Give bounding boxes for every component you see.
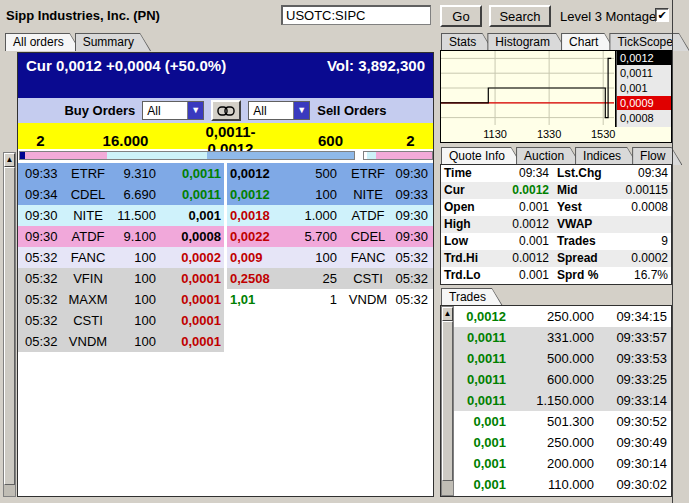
trade-size: 331.000: [506, 327, 594, 348]
scroll-up-icon[interactable]: ▲: [4, 153, 15, 167]
search-button[interactable]: Search: [489, 5, 551, 27]
trade-row: 0,001110.00009:30:02: [454, 474, 671, 495]
tab-chartpanel-tickscope[interactable]: TickScope: [609, 33, 689, 51]
tab-label: Flow: [633, 148, 681, 165]
quote-value: 0.001: [487, 233, 549, 250]
table-row[interactable]: 05:32CSTI1000,0001: [18, 310, 433, 331]
security-title: Sipp Industries, Inc. (PN): [6, 8, 160, 23]
bid-size: 11.500: [114, 205, 166, 226]
ask-half[interactable]: 0,250825CSTI05:32: [227, 268, 433, 289]
bid-half[interactable]: 09:34CDEL6.6900,0011: [18, 184, 224, 205]
bid-half[interactable]: 09:30NITE11.5000,001: [18, 205, 224, 226]
tab-quote-flow[interactable]: Flow: [632, 147, 682, 165]
trade-row: 0,001200.00009:30:14: [454, 453, 671, 474]
table-row[interactable]: 09:33ETRF9.3100,00110,0012500ETRF09:30: [18, 163, 433, 184]
tab-montage-summary[interactable]: Summary: [75, 33, 151, 51]
tab-quote-quote-info[interactable]: Quote Info: [441, 147, 522, 165]
ask-price: 0,2508: [227, 268, 287, 289]
bid-half[interactable]: 05:32VNDM1000,0001: [18, 331, 224, 352]
trade-row: 0,001501.30009:30:52: [454, 411, 671, 432]
quote-label: Trd.Lo: [441, 267, 487, 284]
table-row[interactable]: 05:32FANC1000,00020,009100FANC05:32: [18, 247, 433, 268]
bid-price: 0,0011: [166, 184, 224, 205]
link-filters-button[interactable]: [211, 100, 241, 121]
chevron-down-icon[interactable]: ▼: [187, 102, 203, 119]
buy-orders-label: Buy Orders: [64, 103, 135, 118]
table-row[interactable]: 05:32VFIN1000,00010,250825CSTI05:32: [18, 268, 433, 289]
ask-size: 1: [287, 289, 345, 310]
trade-price: 0,0011: [454, 390, 506, 411]
trade-time: 09:33:57: [594, 327, 671, 348]
bid-half[interactable]: 05:32MAXM1000,0001: [18, 289, 224, 310]
scroll-up-icon[interactable]: ▲: [442, 307, 453, 321]
tab-label: Quote Info: [442, 148, 521, 165]
chart-x-axis: 113013301530: [441, 127, 671, 142]
trade-size: 110.000: [506, 474, 594, 495]
quote-value: 0.00115: [605, 182, 671, 199]
table-row[interactable]: 05:32MAXM1000,00011,011VNDM05:32: [18, 289, 433, 310]
montage-scrollbar[interactable]: ▲: [3, 152, 16, 497]
table-row[interactable]: 05:32VNDM1000,0001: [18, 331, 433, 352]
tab-chartpanel-histogram[interactable]: Histogram: [487, 33, 567, 51]
current-price-line: Cur 0,0012 +0,0004 (+50.0%): [26, 57, 226, 74]
bid-size: 100: [114, 310, 166, 331]
trades-scrollbar[interactable]: ▲: [441, 306, 454, 496]
bid-half[interactable]: 05:32VFIN1000,0001: [18, 268, 224, 289]
table-row[interactable]: 09:30NITE11.5000,0010,00181.000ATDF09:30: [18, 205, 433, 226]
scrollbar-thumb[interactable]: [442, 321, 453, 481]
ask-half[interactable]: [227, 310, 433, 331]
level3-montage-checkbox[interactable]: ✔: [655, 8, 669, 22]
ask-half[interactable]: [227, 331, 433, 352]
buy-filter-select[interactable]: All ▼: [142, 101, 204, 120]
chart-tabbar: StatsHistogramChartTickScope: [441, 33, 684, 51]
symbol-input[interactable]: [281, 5, 431, 25]
trade-row: 0,001250.00009:30:49: [454, 432, 671, 453]
bid-half[interactable]: 05:32CSTI1000,0001: [18, 310, 224, 331]
ask-half[interactable]: 0,009100FANC05:32: [227, 247, 433, 268]
trade-row: 0,0012250.00009:34:15: [454, 306, 671, 327]
tab-montage-all-orders[interactable]: All orders: [5, 33, 81, 51]
bid-time: 09:30: [18, 205, 62, 226]
trade-row: 0,0011331.00009:33:57: [454, 327, 671, 348]
quote-label: Lst.Chg: [549, 165, 605, 182]
ask-size: 5.700: [287, 226, 345, 247]
ask-half[interactable]: 0,00181.000ATDF09:30: [227, 205, 433, 226]
tab-trades-trades[interactable]: Trades: [441, 288, 503, 306]
bid-price: 0,0002: [166, 247, 224, 268]
bid-half[interactable]: 09:30ATDF9.1000,0008: [18, 226, 224, 247]
quote-row: Cur0.0012Mid0.00115: [441, 182, 671, 199]
trade-price: 0,0011: [454, 327, 506, 348]
table-row[interactable]: 09:30ATDF9.1000,00080,00225.700CDEL09:30: [18, 226, 433, 247]
price-line-chart: [441, 51, 614, 125]
ask-price: 1,01: [227, 289, 287, 310]
scrollbar-thumb[interactable]: [4, 167, 15, 485]
trade-row: 0,0011600.00009:33:25: [454, 369, 671, 390]
ask-count: 2: [388, 132, 433, 149]
tab-chartpanel-stats[interactable]: Stats: [441, 33, 493, 51]
bid-half[interactable]: 05:32FANC1000,0002: [18, 247, 224, 268]
quote-value: 09:34: [487, 165, 549, 182]
bid-size: 6.690: [114, 184, 166, 205]
ask-half[interactable]: 0,0012100NITE09:33: [227, 184, 433, 205]
ask-half[interactable]: 1,011VNDM05:32: [227, 289, 433, 310]
tab-quote-indices[interactable]: Indices: [575, 147, 638, 165]
trades-list: 0,0012250.00009:34:150,0011331.00009:33:…: [454, 306, 671, 496]
bid-half[interactable]: 09:33ETRF9.3100,0011: [18, 163, 224, 184]
ask-time: 09:33: [391, 184, 433, 205]
tab-label: TickScope: [610, 34, 689, 51]
ask-time: 05:32: [391, 289, 433, 310]
quote-value: 0.001: [487, 199, 549, 216]
go-button[interactable]: Go: [440, 5, 482, 27]
tab-chartpanel-chart[interactable]: Chart: [561, 33, 615, 51]
quote-label: Time: [441, 165, 487, 182]
ask-half[interactable]: 0,00225.700CDEL09:30: [227, 226, 433, 247]
inside-market-bar: 2 16.000 0,0011-0,0012 600 2: [18, 123, 433, 149]
tab-quote-auction[interactable]: Auction: [516, 147, 581, 165]
table-row[interactable]: 09:34CDEL6.6900,00110,0012100NITE09:33: [18, 184, 433, 205]
depth-segment: [25, 152, 107, 159]
ask-half[interactable]: 0,0012500ETRF09:30: [227, 163, 433, 184]
chevron-down-icon[interactable]: ▼: [293, 102, 309, 119]
sell-filter-select[interactable]: All ▼: [248, 101, 310, 120]
quote-label: High: [441, 216, 487, 233]
trade-time: 09:30:02: [594, 474, 671, 495]
